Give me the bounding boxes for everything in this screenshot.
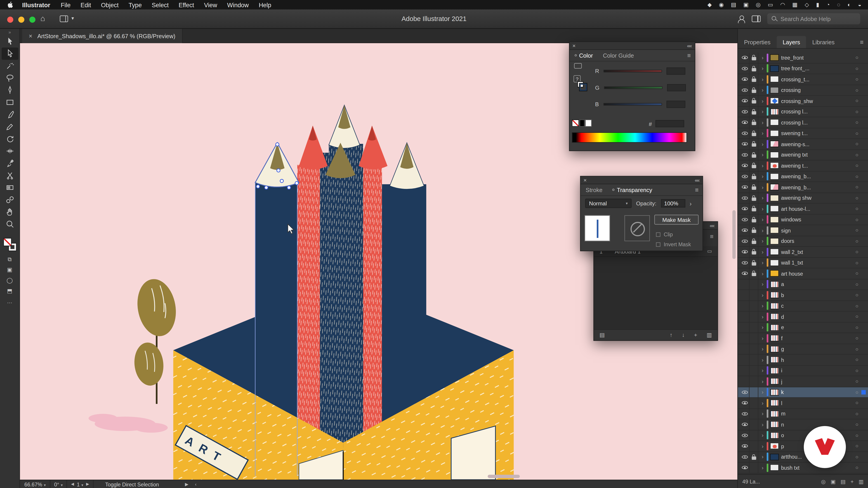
- tab-stroke[interactable]: Stroke: [581, 186, 608, 193]
- layer-visibility-toggle[interactable]: [741, 117, 749, 128]
- draw-mode-icon[interactable]: ⧉: [8, 257, 11, 262]
- layer-lock-toggle[interactable]: [749, 344, 758, 355]
- layer-target-icon[interactable]: ○: [852, 422, 861, 427]
- layer-lock-toggle[interactable]: [749, 203, 758, 214]
- tab-transparency[interactable]: Transparency: [608, 186, 657, 193]
- screen-mode-icon[interactable]: ⬒: [7, 288, 12, 294]
- layer-visibility-toggle[interactable]: [741, 311, 749, 322]
- channel-r-slider[interactable]: [603, 70, 662, 72]
- menu-help[interactable]: Help: [254, 1, 276, 8]
- layer-thumbnail[interactable]: [770, 205, 779, 212]
- layer-row-awening-s-[interactable]: ›awening-s...○: [738, 139, 868, 150]
- layer-expand-icon[interactable]: ›: [758, 292, 767, 298]
- layer-expand-icon[interactable]: ›: [758, 55, 767, 61]
- color-collapse-icon[interactable]: ««: [687, 42, 691, 50]
- layer-visibility-toggle[interactable]: [741, 419, 749, 430]
- layer-lock-toggle[interactable]: [749, 138, 758, 149]
- scissors-tool[interactable]: [1, 169, 18, 182]
- layer-lock-toggle[interactable]: [749, 128, 758, 139]
- layer-expand-icon[interactable]: ›: [758, 303, 767, 309]
- hex-input[interactable]: [655, 120, 684, 127]
- channel-r-value[interactable]: [666, 68, 685, 75]
- layer-row-d[interactable]: ›d○: [738, 312, 868, 322]
- layer-thumbnail[interactable]: [770, 270, 779, 277]
- layer-lock-toggle[interactable]: [749, 106, 758, 117]
- layer-target-icon[interactable]: ○: [852, 109, 861, 114]
- layer-thumbnail[interactable]: [770, 130, 779, 136]
- layer-lock-toggle[interactable]: [749, 171, 758, 182]
- layer-lock-toggle[interactable]: [749, 182, 758, 193]
- layer-target-icon[interactable]: ○: [852, 432, 861, 438]
- document-tab[interactable]: × ArtStore_Shadows_illo.ai* @ 66.67 % (R…: [22, 29, 183, 43]
- status-play-icon[interactable]: ▶: [185, 482, 188, 487]
- layer-thumbnail[interactable]: [770, 173, 779, 180]
- layer-visibility-toggle[interactable]: [741, 85, 749, 96]
- layer-expand-icon[interactable]: ›: [758, 367, 767, 374]
- layer-target-icon[interactable]: ○: [852, 411, 861, 416]
- layer-expand-icon[interactable]: ›: [758, 227, 767, 233]
- layer-visibility-toggle[interactable]: [741, 128, 749, 139]
- layer-target-icon[interactable]: ○: [852, 238, 861, 244]
- layer-thumbnail[interactable]: [770, 313, 779, 320]
- layer-visibility-toggle[interactable]: [741, 257, 749, 268]
- layer-target-icon[interactable]: ○: [852, 184, 861, 190]
- layer-row-l[interactable]: ›l○: [738, 398, 868, 409]
- layer-target-icon[interactable]: ○: [852, 87, 861, 93]
- layer-row-awening-txt[interactable]: ›awening txt○: [738, 150, 868, 160]
- layer-lock-toggle[interactable]: [749, 365, 758, 376]
- layer-visibility-toggle[interactable]: [741, 451, 749, 462]
- control-center-icon[interactable]: ◐: [847, 2, 851, 7]
- grammarly-icon[interactable]: ◎: [756, 2, 761, 7]
- layer-visibility-toggle[interactable]: [741, 225, 749, 236]
- layer-thumbnail[interactable]: [770, 195, 779, 201]
- artboard-number-select[interactable]: 1▾: [77, 481, 84, 487]
- zoom-tool[interactable]: [1, 218, 18, 230]
- layer-row-wall-1-txt[interactable]: ›wall 1_txt○: [738, 258, 868, 268]
- layer-thumbnail[interactable]: [770, 249, 779, 255]
- edit-toolbar-icon[interactable]: …: [7, 299, 12, 304]
- share-document-icon[interactable]: [737, 15, 745, 23]
- layer-expand-icon[interactable]: ›: [758, 184, 767, 190]
- draw-inside-icon[interactable]: ◯: [6, 278, 13, 283]
- new-sublayer-icon[interactable]: ▤: [841, 478, 846, 484]
- layer-thumbnail[interactable]: [770, 238, 779, 244]
- layer-visibility-toggle[interactable]: [741, 430, 749, 441]
- layer-visibility-toggle[interactable]: [741, 408, 749, 419]
- invert-mask-checkbox-row[interactable]: Invert Mask: [656, 241, 691, 248]
- layer-thumbnail[interactable]: [770, 227, 779, 234]
- layer-expand-icon[interactable]: ›: [758, 314, 767, 320]
- layer-target-icon[interactable]: ○: [852, 173, 861, 179]
- layer-row-sign[interactable]: ›sign○: [738, 225, 868, 236]
- layer-lock-toggle[interactable]: [749, 376, 758, 387]
- layer-row-crossing-l-[interactable]: ›crossing l...○: [738, 106, 868, 117]
- dropbox-icon[interactable]: ◆: [708, 2, 712, 7]
- layer-visibility-toggle[interactable]: [741, 462, 749, 473]
- layer-thumbnail[interactable]: [770, 76, 779, 83]
- layer-target-icon[interactable]: ○: [852, 152, 861, 158]
- none-swatch[interactable]: [572, 120, 579, 127]
- paintbrush-tool[interactable]: [1, 108, 18, 121]
- layer-lock-toggle[interactable]: [749, 160, 758, 171]
- direct-selection-tool[interactable]: [1, 48, 18, 60]
- layer-expand-icon[interactable]: ›: [758, 335, 767, 341]
- layer-row-awening-b-[interactable]: ›awening_b...○: [738, 182, 868, 193]
- draw-behind-icon[interactable]: ▣: [7, 267, 12, 273]
- layer-target-icon[interactable]: ○: [852, 379, 861, 384]
- layer-thumbnail[interactable]: [770, 55, 779, 61]
- layer-row-f[interactable]: ›f○: [738, 333, 868, 344]
- menu-edit[interactable]: Edit: [75, 1, 96, 8]
- lasso-tool[interactable]: [1, 72, 18, 84]
- layer-visibility-toggle[interactable]: [741, 160, 749, 171]
- status-collapse-icon[interactable]: ‹: [195, 482, 197, 487]
- previous-artboard-icon[interactable]: ◀: [71, 482, 74, 486]
- layer-lock-toggle[interactable]: [749, 53, 758, 63]
- tab-layers[interactable]: Layers: [777, 36, 806, 48]
- layer-visibility-toggle[interactable]: [741, 53, 749, 63]
- layer-lock-toggle[interactable]: [749, 300, 758, 311]
- layer-thumbnail[interactable]: [770, 389, 779, 395]
- layer-expand-icon[interactable]: ›: [758, 281, 767, 287]
- opacity-expand-icon[interactable]: ›: [690, 200, 692, 206]
- layer-thumbnail[interactable]: [770, 216, 779, 223]
- channel-b-value[interactable]: [666, 101, 685, 108]
- fill-stroke-swatches[interactable]: [3, 238, 16, 251]
